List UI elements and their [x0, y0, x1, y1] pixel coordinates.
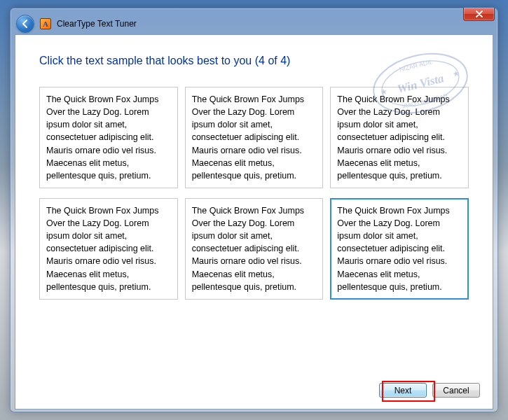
text-samples-grid: The Quick Brown Fox Jumps Over the Lazy …: [39, 87, 469, 300]
text-sample-5[interactable]: The Quick Brown Fox Jumps Over the Lazy …: [185, 198, 324, 300]
app-icon: A: [40, 18, 51, 29]
close-icon: [475, 10, 483, 18]
header-bar: A ClearType Text Tuner: [15, 13, 493, 34]
cancel-button[interactable]: Cancel: [432, 383, 480, 398]
text-sample-4[interactable]: The Quick Brown Fox Jumps Over the Lazy …: [39, 198, 178, 300]
titlebar-buttons: [463, 8, 495, 21]
text-sample-2[interactable]: The Quick Brown Fox Jumps Over the Lazy …: [185, 87, 324, 188]
next-button[interactable]: Next: [379, 383, 427, 398]
back-button[interactable]: [16, 15, 34, 33]
content-panel: NIZAR ADIL Win Vista IRAQ - BAGHDAD ★ ★ …: [15, 34, 493, 410]
app-icon-letter: A: [43, 20, 48, 28]
text-sample-3[interactable]: The Quick Brown Fox Jumps Over the Lazy …: [330, 87, 469, 188]
footer-buttons: Next Cancel: [379, 383, 480, 398]
arrow-left-icon: [20, 19, 30, 29]
text-sample-6[interactable]: The Quick Brown Fox Jumps Over the Lazy …: [330, 198, 469, 300]
close-button[interactable]: [463, 8, 495, 21]
page-instruction: Click the text sample that looks best to…: [39, 55, 469, 67]
window-title: ClearType Text Tuner: [57, 19, 137, 29]
dialog-window: A ClearType Text Tuner NIZAR ADIL Win Vi…: [10, 8, 498, 412]
text-sample-1[interactable]: The Quick Brown Fox Jumps Over the Lazy …: [39, 87, 178, 188]
svg-text:★: ★: [452, 69, 461, 78]
